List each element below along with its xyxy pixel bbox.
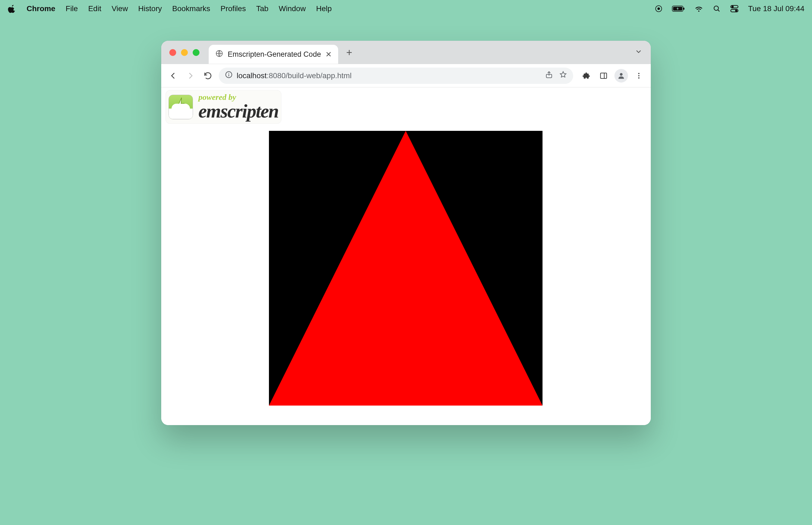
menu-help[interactable]: Help bbox=[316, 4, 332, 13]
svg-rect-14 bbox=[601, 73, 607, 78]
share-icon[interactable] bbox=[545, 71, 553, 80]
site-info-icon[interactable] bbox=[225, 71, 233, 80]
sidepanel-icon[interactable] bbox=[597, 69, 610, 82]
window-close-button[interactable] bbox=[169, 49, 176, 56]
svg-point-18 bbox=[638, 77, 640, 78]
poweredby-label: powered by bbox=[198, 93, 278, 101]
forward-button[interactable] bbox=[184, 69, 197, 82]
menu-profiles[interactable]: Profiles bbox=[221, 4, 246, 13]
menu-bookmarks[interactable]: Bookmarks bbox=[172, 4, 210, 13]
profile-avatar[interactable] bbox=[614, 69, 628, 82]
window-minimize-button[interactable] bbox=[181, 49, 188, 56]
tab-close-icon[interactable]: ✕ bbox=[325, 50, 332, 59]
svg-point-15 bbox=[620, 73, 623, 76]
menu-app-name[interactable]: Chrome bbox=[27, 4, 55, 13]
back-button[interactable] bbox=[167, 69, 180, 82]
svg-point-7 bbox=[732, 6, 733, 7]
menu-tab[interactable]: Tab bbox=[256, 4, 269, 13]
tabs-overflow-icon[interactable] bbox=[634, 47, 643, 58]
menu-edit[interactable]: Edit bbox=[88, 4, 101, 13]
emscripten-logo-icon bbox=[169, 95, 193, 119]
kebab-menu-icon[interactable] bbox=[632, 69, 645, 82]
macos-menubar: Chrome File Edit View History Bookmarks … bbox=[0, 0, 812, 17]
browser-toolbar: localhost:8080/build-web/app.html bbox=[161, 64, 651, 87]
url-port: :8080 bbox=[267, 71, 286, 80]
apple-icon[interactable] bbox=[7, 4, 16, 13]
svg-point-17 bbox=[638, 75, 640, 76]
bookmark-star-icon[interactable] bbox=[559, 71, 567, 80]
battery-icon[interactable] bbox=[672, 5, 685, 13]
svg-point-16 bbox=[638, 73, 640, 74]
url-text: localhost:8080/build-web/app.html bbox=[237, 71, 351, 80]
svg-point-1 bbox=[658, 7, 660, 10]
control-center-icon[interactable] bbox=[730, 5, 739, 13]
chrome-window: Emscripten-Generated Code ✕ + localhost:… bbox=[161, 41, 651, 425]
menubar-right: Tue 18 Jul 09:44 bbox=[655, 4, 805, 13]
emscripten-banner: powered by emscripten bbox=[166, 90, 281, 124]
wifi-icon[interactable] bbox=[694, 5, 703, 13]
window-controls bbox=[169, 49, 199, 56]
globe-icon bbox=[215, 49, 223, 59]
menu-file[interactable]: File bbox=[66, 4, 78, 13]
menu-clock[interactable]: Tue 18 Jul 09:44 bbox=[748, 4, 805, 13]
emscripten-label: emscripten bbox=[198, 102, 278, 121]
menu-view[interactable]: View bbox=[111, 4, 128, 13]
browser-tab[interactable]: Emscripten-Generated Code ✕ bbox=[209, 45, 338, 64]
screen-record-icon[interactable] bbox=[655, 5, 663, 13]
svg-point-9 bbox=[735, 10, 737, 11]
toolbar-right bbox=[580, 69, 645, 82]
tab-title: Emscripten-Generated Code bbox=[228, 50, 321, 59]
red-triangle bbox=[269, 131, 542, 406]
webgl-canvas bbox=[269, 131, 542, 406]
url-path: /build-web/app.html bbox=[286, 71, 352, 80]
svg-point-12 bbox=[229, 73, 229, 74]
menu-history[interactable]: History bbox=[138, 4, 162, 13]
emscripten-text: powered by emscripten bbox=[198, 93, 278, 121]
svg-rect-3 bbox=[683, 7, 685, 10]
page-content: powered by emscripten bbox=[161, 87, 651, 425]
spotlight-icon[interactable] bbox=[713, 5, 721, 13]
address-bar[interactable]: localhost:8080/build-web/app.html bbox=[219, 68, 573, 84]
reload-button[interactable] bbox=[201, 69, 214, 82]
menu-window[interactable]: Window bbox=[279, 4, 306, 13]
new-tab-button[interactable]: + bbox=[342, 47, 357, 58]
menubar-left: Chrome File Edit View History Bookmarks … bbox=[7, 4, 332, 13]
url-host: localhost bbox=[237, 71, 267, 80]
extensions-icon[interactable] bbox=[580, 69, 593, 82]
window-maximize-button[interactable] bbox=[193, 49, 199, 56]
browser-tabstrip: Emscripten-Generated Code ✕ + bbox=[161, 41, 651, 64]
